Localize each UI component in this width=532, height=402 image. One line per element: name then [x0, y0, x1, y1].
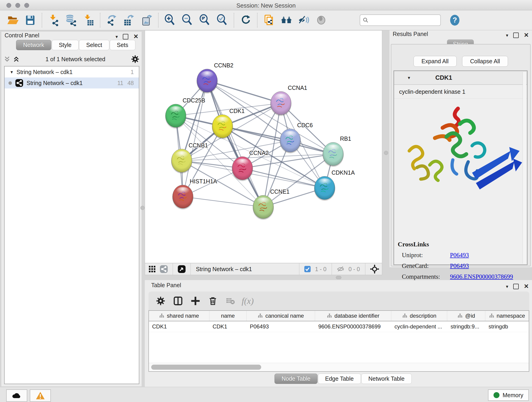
tab-node-table[interactable]: Node Table — [274, 374, 317, 384]
panel-float-icon[interactable] — [123, 34, 128, 39]
network-row[interactable]: String Network – cdk1 11 48 — [5, 77, 139, 89]
import-network-from-database-icon[interactable] — [64, 13, 78, 27]
tab-network-table[interactable]: Network Table — [361, 374, 412, 384]
network-node-cdk1[interactable]: CDK1 — [212, 108, 245, 139]
table-cell[interactable]: CDK1 — [149, 321, 209, 332]
toolbar-search[interactable] — [360, 14, 441, 26]
crosslink-link[interactable]: 9606.ENSP00000378699 — [450, 273, 513, 280]
network-options-gear-icon[interactable] — [131, 55, 139, 63]
hidden-node-edge-counts: 0 - 0 — [348, 266, 360, 273]
table-cell[interactable]: cyclin-dependent ... — [391, 321, 447, 332]
export-table-icon[interactable] — [122, 13, 136, 27]
collection-disclosure-icon[interactable]: ▾ — [11, 69, 13, 75]
tab-select[interactable]: Select — [79, 40, 109, 50]
table-cell[interactable]: 9606.ENSP00000378699 — [315, 321, 391, 332]
birds-eye-view-icon[interactable] — [177, 265, 186, 273]
network-node-ccnb2[interactable]: CCNB2 — [196, 62, 234, 94]
zoom-out-icon[interactable] — [180, 13, 195, 27]
table-cell[interactable]: CDK1 — [209, 321, 247, 332]
show-columns-icon[interactable] — [171, 294, 185, 308]
vertical-splitter-handle[interactable] — [384, 151, 388, 155]
string-view-icon[interactable] — [160, 265, 168, 273]
panel-close-icon[interactable]: ✕ — [524, 283, 529, 290]
network-node-ccna1[interactable]: CCNA1 — [270, 85, 307, 116]
export-network-icon[interactable] — [105, 13, 119, 27]
column-header-namespace[interactable]: namespace — [485, 311, 529, 321]
network-edge[interactable] — [183, 197, 263, 207]
table-horizontal-scrollbar[interactable] — [149, 363, 529, 371]
panel-close-icon[interactable]: ✕ — [524, 32, 529, 39]
panel-float-icon[interactable] — [513, 284, 519, 289]
vertical-splitter-handle[interactable] — [140, 206, 145, 210]
tab-sets[interactable]: Sets — [110, 40, 135, 50]
zoom-selected-icon[interactable] — [215, 13, 229, 27]
gene-header-row[interactable]: ▾ CDK1 — [394, 71, 527, 85]
export-image-icon[interactable] — [139, 13, 154, 27]
tab-edge-table[interactable]: Edge Table — [318, 374, 361, 384]
node-table[interactable]: shared namenamecanonical namedatabase id… — [148, 310, 529, 372]
column-header--id[interactable]: @id — [447, 311, 485, 321]
column-header-database-identifier[interactable]: database identifier — [315, 311, 391, 321]
warnings-button[interactable] — [30, 389, 51, 402]
network-canvas[interactable]: CCNB2CCNA1CDC25BCDK1CDC6RB1CCNB1CCNA2CDK… — [145, 31, 382, 263]
network-edge[interactable] — [207, 81, 281, 103]
network-node-cdc6[interactable]: CDC6 — [280, 122, 313, 153]
network-view[interactable]: CCNB2CCNA1CDC25BCDK1CDC6RB1CCNB1CCNA2CDK… — [145, 30, 382, 275]
hide-selected-icon[interactable] — [297, 13, 311, 27]
crosslink-link[interactable]: P06493 — [450, 252, 469, 259]
panel-float-icon[interactable] — [513, 32, 519, 38]
panel-collapse-icon[interactable]: ▾ — [506, 284, 508, 289]
search-input[interactable] — [369, 17, 432, 24]
table-cell[interactable]: stringdb — [485, 321, 529, 332]
collection-row[interactable]: ▾ String Network – cdk1 1 — [5, 66, 139, 77]
memory-button[interactable]: Memory — [488, 389, 529, 401]
selected-checkbox-icon[interactable] — [304, 266, 311, 273]
network-node-rb1[interactable]: RB1 — [323, 135, 351, 167]
first-neighbors-icon[interactable] — [279, 13, 293, 27]
zoom-in-icon[interactable] — [163, 13, 177, 27]
network-node-ccnb1[interactable]: CCNB1 — [171, 142, 208, 173]
scrollbar-thumb[interactable] — [151, 365, 261, 370]
network-edge[interactable] — [207, 81, 263, 207]
tab-network[interactable]: Network — [16, 40, 51, 50]
column-header-canonical-name[interactable]: canonical name — [247, 311, 315, 321]
table-settings-gear-icon[interactable] — [153, 294, 168, 308]
collapse-all-icon[interactable] — [4, 56, 11, 62]
gene-disclosure-icon[interactable]: ▾ — [408, 75, 410, 80]
open-session-icon[interactable] — [6, 13, 20, 27]
import-network-from-file-icon[interactable] — [46, 13, 61, 27]
refresh-layout-icon[interactable] — [239, 13, 253, 27]
copy-network-icon[interactable] — [262, 13, 276, 27]
main-toolbar: ? — [0, 10, 532, 30]
expand-all-button[interactable]: Expand All — [413, 56, 457, 67]
help-icon[interactable]: ? — [448, 13, 462, 27]
collapse-all-button[interactable]: Collapse All — [462, 56, 508, 67]
expand-all-icon[interactable] — [13, 56, 20, 62]
show-all-icon[interactable] — [314, 13, 328, 27]
add-column-icon[interactable] — [188, 294, 203, 308]
import-table-from-file-icon[interactable] — [81, 13, 95, 27]
panel-close-icon[interactable]: ✕ — [133, 33, 138, 40]
panel-collapse-icon[interactable]: ▾ — [506, 32, 508, 38]
crosslink-link[interactable]: P06493 — [450, 262, 469, 269]
cloud-status-button[interactable] — [6, 389, 27, 402]
horizontal-splitter-handle[interactable] — [336, 276, 341, 279]
network-node-cdkn1a[interactable]: CDKN1A — [314, 169, 355, 201]
network-node-ccne1[interactable]: CCNE1 — [253, 188, 290, 220]
table-cell[interactable]: P06493 — [247, 321, 315, 332]
column-header-description[interactable]: description — [391, 311, 447, 321]
table-row[interactable]: CDK1CDK1P064939606.ENSP00000378699cyclin… — [149, 321, 529, 332]
network-node-hist1h1a[interactable]: HIST1H1A — [172, 178, 217, 210]
panel-collapse-icon[interactable]: ▾ — [115, 34, 118, 39]
delete-column-icon[interactable] — [206, 294, 220, 308]
save-session-icon[interactable] — [23, 13, 37, 27]
column-header-shared-name[interactable]: shared name — [149, 311, 209, 321]
column-header-name[interactable]: name — [209, 311, 247, 321]
results-scrollbar[interactable] — [523, 72, 526, 264]
tab-style[interactable]: Style — [52, 40, 79, 50]
table-cell[interactable]: stringdb:9... — [447, 321, 485, 332]
grid-view-icon[interactable] — [148, 265, 156, 273]
table-header-row[interactable]: shared namenamecanonical namedatabase id… — [149, 311, 529, 321]
zoom-fit-icon[interactable] — [198, 13, 212, 27]
fit-content-crosshair-icon[interactable] — [370, 264, 379, 274]
